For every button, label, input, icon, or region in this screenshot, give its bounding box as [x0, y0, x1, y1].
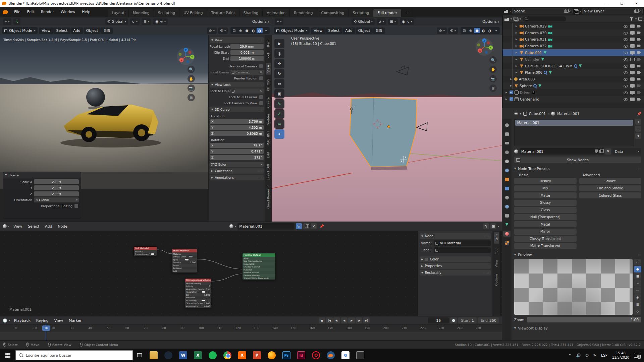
expand-icon[interactable]: ▶: [516, 58, 518, 61]
node-sidebar-tab[interactable]: View: [494, 258, 499, 269]
workspace-tab[interactable]: +: [401, 9, 413, 17]
collections-panel-header[interactable]: ▶Collections::::: [210, 168, 264, 174]
expand-icon[interactable]: ▶: [516, 65, 518, 67]
copy-icon[interactable]: [634, 10, 637, 13]
resize-operator-panel[interactable]: ▼Resize Scale X 2.119 Y 2.119 Z: [3, 172, 81, 219]
workspace-tab[interactable]: Rendering: [290, 9, 317, 17]
taskbar-app-button[interactable]: O: [309, 349, 323, 362]
node-sidebar-tab[interactable]: Tool: [494, 246, 499, 256]
tab-object-data[interactable]: [503, 222, 511, 228]
snap-target-icon[interactable]: ⊞▾: [388, 18, 398, 25]
node-row[interactable]: Diffuse Color: [172, 255, 197, 258]
node-row[interactable]: Add: [172, 269, 197, 273]
node-row[interactable]: Exterior Volume: [243, 274, 275, 277]
dropbox-icon[interactable]: ⬡: [585, 353, 589, 358]
node-row[interactable]: Alive: [243, 257, 275, 260]
material-name-field[interactable]: Material.001: [520, 148, 604, 155]
sidebar-tab[interactable]: Item: [266, 38, 271, 49]
timeline-menu[interactable]: Marker: [66, 317, 84, 324]
sidebar-tab[interactable]: Quad Remesh: [266, 184, 271, 210]
xray-toggle[interactable]: ⊡: [461, 28, 467, 33]
viewport-disable-toggle[interactable]: [630, 24, 635, 28]
node-name-field[interactable]: Null Material: [434, 240, 491, 246]
viewport-menu[interactable]: GIS: [373, 27, 385, 34]
sidebar-tab[interactable]: KIT OPS: [266, 77, 271, 93]
shading-material[interactable]: ◐: [480, 28, 486, 33]
shading-solid[interactable]: ●: [474, 28, 480, 33]
color-panel-header[interactable]: ▶Color: [420, 256, 491, 262]
hide-eye-toggle[interactable]: [624, 57, 628, 61]
rotate-tool[interactable]: ↻: [274, 69, 284, 78]
preview-type-button[interactable]: ◉: [634, 294, 641, 301]
sidebar-tab[interactable]: View: [266, 63, 271, 75]
hide-eye-toggle[interactable]: [624, 64, 628, 68]
preset-button[interactable]: Null (Transparent): [514, 214, 577, 220]
unlink-icon[interactable]: ✕: [568, 9, 571, 13]
taskbar-clock[interactable]: 15:48 11/5/2020: [612, 351, 629, 360]
node-row[interactable]: Opacity1.000: [172, 261, 197, 264]
viewport-disable-toggle[interactable]: [630, 37, 635, 41]
hide-eye-toggle[interactable]: [624, 37, 628, 41]
timeline-menu[interactable]: Playback: [11, 317, 33, 324]
scale-value-field[interactable]: 2.119: [34, 185, 79, 190]
snap-node-icon[interactable]: ⊞: [490, 223, 496, 229]
unlink-icon[interactable]: ✕: [638, 9, 641, 13]
breadcrumb-object[interactable]: Cube.001: [529, 112, 546, 116]
properties-panel-header[interactable]: ▶Properties: [420, 263, 491, 269]
outliner-row[interactable]: ▶ Camera.030: [503, 29, 644, 36]
taskbar-app-button[interactable]: X: [235, 349, 250, 362]
outliner-row[interactable]: ▶ Driver 2: [503, 89, 644, 96]
preset-button[interactable]: Mix: [514, 185, 577, 191]
taskbar-app-button[interactable]: [264, 349, 279, 362]
tab-world[interactable]: [503, 167, 511, 173]
object-name[interactable]: Camera.029: [525, 24, 547, 28]
expand-icon[interactable]: ▶: [505, 91, 508, 94]
transform-orientation-dropdown[interactable]: ⟲Global▾: [105, 18, 128, 25]
expand-icon[interactable]: ▶: [505, 98, 508, 101]
pin-icon[interactable]: 📌: [637, 112, 641, 116]
scale-tool[interactable]: ⇔: [274, 79, 284, 88]
timeline-track[interactable]: [0, 332, 502, 340]
viewport-menu[interactable]: Add: [70, 27, 83, 34]
active-tool-icon[interactable]: ⌖▾: [275, 18, 283, 25]
presets-panel-header[interactable]: ▼Node Tree Presets::::: [514, 166, 641, 172]
render-region-checkbox[interactable]: [259, 76, 263, 80]
node-matte-material[interactable]: Matte Material MaterialDiffuse ColorSpec…: [172, 249, 197, 273]
use-local-camera-checkbox[interactable]: [259, 64, 263, 68]
object-name[interactable]: EXPORT_GOOGLE_SAT_WM: [525, 64, 573, 68]
node-row[interactable]: Multiscattering: [185, 282, 211, 285]
preview-type-button[interactable]: ■: [634, 273, 641, 280]
snapping-magnet-icon[interactable]: ∪▾: [377, 18, 386, 25]
node-row[interactable]: Material: [243, 268, 275, 271]
node-row[interactable]: Priority0: [185, 285, 211, 288]
object-name[interactable]: Area.003: [519, 77, 535, 81]
timeline-menu[interactable]: Keying: [34, 317, 51, 324]
mode-dropdown[interactable]: Object Mode▾: [274, 27, 310, 34]
measure-tool[interactable]: ∠: [274, 109, 284, 119]
object-name[interactable]: Plane.006: [525, 70, 542, 74]
shading-dropdown[interactable]: ▾: [493, 28, 499, 33]
node-row[interactable]: Absorption: [185, 291, 211, 294]
gizmos-toggle[interactable]: ⟲▾: [218, 27, 228, 34]
outliner-row[interactable]: ▶ Camera.032: [503, 43, 644, 49]
copy-material-button[interactable]: [303, 223, 309, 229]
playback-button[interactable]: ▶|: [363, 317, 370, 323]
node-row[interactable]: Spec: [172, 258, 197, 261]
collection-checkbox[interactable]: [509, 97, 513, 101]
zoom-gizmo[interactable]: 🔍: [489, 56, 497, 64]
unlink-material-button[interactable]: ✕: [311, 223, 317, 229]
viewport-menu[interactable]: Object: [356, 27, 373, 34]
node-row[interactable]: Absorption Depth1 m: [185, 288, 211, 291]
node-row[interactable]: Use PreviewCache: [243, 260, 275, 263]
taskbar-app-button[interactable]: X: [191, 349, 205, 362]
node-material-field[interactable]: Material.001: [237, 223, 294, 230]
annotations-panel-header[interactable]: ▶Annotations::::: [210, 175, 264, 180]
object-name[interactable]: Cylinder: [525, 57, 539, 61]
render-disable-toggle[interactable]: [637, 84, 641, 88]
close-button[interactable]: ✕: [629, 0, 644, 7]
lock-camera-checkbox[interactable]: [259, 101, 263, 105]
preset-button[interactable]: Matte Translucent: [514, 243, 577, 249]
viewport-menu[interactable]: Select: [53, 27, 70, 34]
hide-eye-toggle[interactable]: [624, 44, 628, 48]
shading-wireframe[interactable]: ⊕: [237, 28, 244, 33]
